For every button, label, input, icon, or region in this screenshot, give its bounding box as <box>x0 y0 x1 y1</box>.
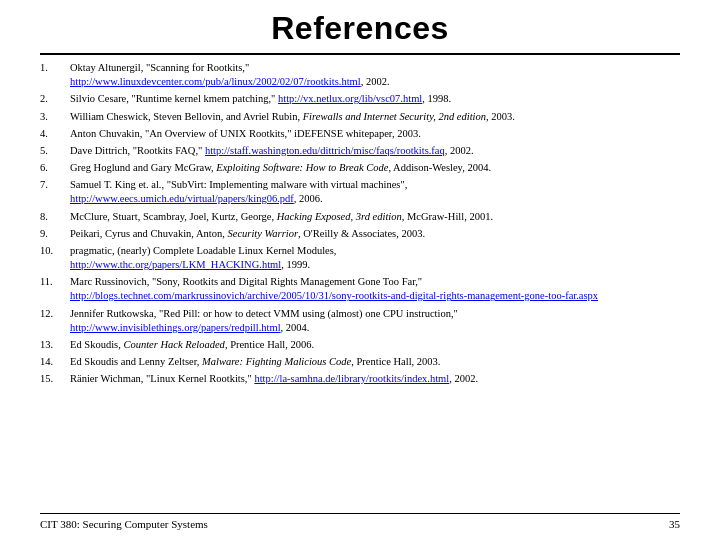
footer-page: 35 <box>669 518 680 530</box>
footer: CIT 380: Securing Computer Systems 35 <box>40 513 680 530</box>
list-item: 7. Samuel T. King et. al., "SubVirt: Imp… <box>40 178 680 206</box>
page-title: References <box>40 10 680 47</box>
list-item: 9. Peikari, Cyrus and Chuvakin, Anton, S… <box>40 227 680 241</box>
list-item: 6. Greg Hoglund and Gary McGraw, Exploit… <box>40 161 680 175</box>
list-item: 1. Oktay Altunergil, "Scanning for Rootk… <box>40 61 680 89</box>
references-list: 1. Oktay Altunergil, "Scanning for Rootk… <box>40 61 680 509</box>
list-item: 10. pragmatic, (nearly) Complete Loadabl… <box>40 244 680 272</box>
footer-course: CIT 380: Securing Computer Systems <box>40 518 208 530</box>
list-item: 5. Dave Dittrich, "Rootkits FAQ," http:/… <box>40 144 680 158</box>
page: References 1. Oktay Altunergil, "Scannin… <box>0 0 720 540</box>
title-divider <box>40 53 680 55</box>
list-item: 2. Silvio Cesare, "Runtime kernel kmem p… <box>40 92 680 106</box>
list-item: 14. Ed Skoudis and Lenny Zeltser, Malwar… <box>40 355 680 369</box>
list-item: 4. Anton Chuvakin, "An Overview of UNIX … <box>40 127 680 141</box>
list-item: 13. Ed Skoudis, Counter Hack Reloaded, P… <box>40 338 680 352</box>
list-item: 8. McClure, Stuart, Scambray, Joel, Kurt… <box>40 210 680 224</box>
list-item: 11. Marc Russinovich, "Sony, Rootkits an… <box>40 275 680 303</box>
list-item: 15. Ränier Wichman, "Linux Kernel Rootki… <box>40 372 680 386</box>
list-item: 3. William Cheswick, Steven Bellovin, an… <box>40 110 680 124</box>
list-item: 12. Jennifer Rutkowska, "Red Pill: or ho… <box>40 307 680 335</box>
